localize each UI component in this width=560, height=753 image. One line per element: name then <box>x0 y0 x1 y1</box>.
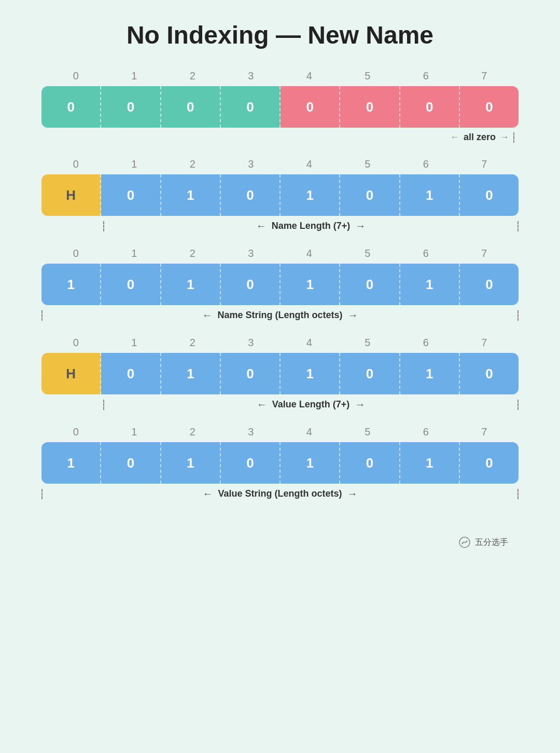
cell-0d: 0 <box>460 353 519 394</box>
label-3: 3 <box>225 70 277 82</box>
label-7: 7 <box>458 158 510 170</box>
label-6: 6 <box>400 70 452 82</box>
cell-1: 0 <box>101 86 161 128</box>
annotation-text-1: all zero <box>464 132 496 143</box>
cell-0c: 0 <box>340 264 400 305</box>
cell-1d: 1 <box>400 264 460 305</box>
label-1: 1 <box>108 337 160 349</box>
label-3: 3 <box>225 337 277 349</box>
label-6: 6 <box>400 158 452 170</box>
cell-1b: 1 <box>161 264 221 305</box>
label-0: 0 <box>50 248 102 259</box>
label-0: 0 <box>50 158 102 170</box>
byte-row-4: H 0 1 0 1 0 1 0 <box>41 353 519 394</box>
cell-1b: 1 <box>281 353 340 394</box>
label-6: 6 <box>400 426 452 438</box>
cell-h: H <box>41 353 101 394</box>
cell-6: 0 <box>400 86 460 128</box>
cell-3: 0 <box>221 86 281 128</box>
label-2: 2 <box>166 426 218 438</box>
cell-1: 1 <box>41 442 101 484</box>
cell-0: 0 <box>101 442 161 484</box>
label-4: 4 <box>283 70 335 82</box>
label-6: 6 <box>400 248 452 259</box>
cell-h: H <box>41 174 101 216</box>
section-1: 0 1 2 3 4 5 6 7 0 0 0 0 0 0 0 0 ← all ze… <box>41 70 519 143</box>
section-2: 0 1 2 3 4 5 6 7 H 0 1 0 1 0 1 0 ← Name L… <box>41 158 519 232</box>
annotation-2: ← Name Length (7+) → <box>41 220 519 232</box>
section-5: 0 1 2 3 4 5 6 7 1 0 1 0 1 0 1 0 ← Value … <box>41 426 519 500</box>
label-3: 3 <box>225 158 277 170</box>
cell-0c: 0 <box>340 353 400 394</box>
label-0: 0 <box>50 337 102 349</box>
annotation-1: ← all zero → <box>41 132 519 143</box>
watermark-text: 五分选手 <box>475 537 508 548</box>
annotation-text-3: Name String (Length octets) <box>217 310 342 321</box>
cell-1c: 1 <box>281 442 340 484</box>
label-4: 4 <box>283 337 335 349</box>
label-3: 3 <box>225 248 277 259</box>
cell-0: 0 <box>101 353 161 394</box>
label-7: 7 <box>458 70 510 82</box>
cell-0c: 0 <box>340 442 400 484</box>
svg-point-2 <box>466 541 468 542</box>
label-2: 2 <box>166 248 218 259</box>
cell-1c: 1 <box>400 353 460 394</box>
index-labels-5: 0 1 2 3 4 5 6 7 <box>41 426 519 438</box>
label-6: 6 <box>400 337 452 349</box>
index-labels-1: 0 1 2 3 4 5 6 7 <box>41 70 519 82</box>
label-2: 2 <box>166 158 218 170</box>
label-7: 7 <box>458 337 510 349</box>
cell-4: 0 <box>281 86 340 128</box>
label-1: 1 <box>108 248 160 259</box>
label-7: 7 <box>458 248 510 259</box>
cell-1b: 1 <box>281 174 340 216</box>
label-5: 5 <box>342 337 394 349</box>
watermark: 五分选手 <box>458 536 508 549</box>
cell-1c: 1 <box>281 264 340 305</box>
cell-1: 1 <box>161 353 221 394</box>
label-5: 5 <box>342 70 394 82</box>
cell-0: 0 <box>101 174 161 216</box>
label-4: 4 <box>283 248 335 259</box>
label-1: 1 <box>108 70 160 82</box>
label-2: 2 <box>166 337 218 349</box>
label-1: 1 <box>108 426 160 438</box>
cell-0: 0 <box>41 86 101 128</box>
annotation-4: ← Value Length (7+) → <box>41 399 519 410</box>
cell-0b: 0 <box>221 174 281 216</box>
cell-0b: 0 <box>221 442 281 484</box>
cell-5: 0 <box>340 86 400 128</box>
label-7: 7 <box>458 426 510 438</box>
label-0: 0 <box>50 70 102 82</box>
annotation-text-2: Name Length (7+) <box>272 221 351 231</box>
label-4: 4 <box>283 158 335 170</box>
label-0: 0 <box>50 426 102 438</box>
label-3: 3 <box>225 426 277 438</box>
label-1: 1 <box>108 158 160 170</box>
label-5: 5 <box>342 158 394 170</box>
section-4: 0 1 2 3 4 5 6 7 H 0 1 0 1 0 1 0 ← Value … <box>41 337 519 410</box>
index-labels-3: 0 1 2 3 4 5 6 7 <box>41 248 519 259</box>
cell-1: 1 <box>41 264 101 305</box>
cell-1: 1 <box>161 174 221 216</box>
byte-row-2: H 0 1 0 1 0 1 0 <box>41 174 519 216</box>
cell-1d: 1 <box>400 442 460 484</box>
cell-0c: 0 <box>340 174 400 216</box>
byte-row-1: 0 0 0 0 0 0 0 0 <box>41 86 519 128</box>
cell-0b: 0 <box>221 353 281 394</box>
cell-0d: 0 <box>460 442 519 484</box>
cell-7: 0 <box>460 86 519 128</box>
cell-1b: 1 <box>161 442 221 484</box>
annotation-text-4: Value Length (7+) <box>272 399 350 410</box>
label-5: 5 <box>342 426 394 438</box>
label-4: 4 <box>283 426 335 438</box>
cell-2: 0 <box>161 86 221 128</box>
cell-0d: 0 <box>460 174 519 216</box>
cell-0b: 0 <box>221 264 281 305</box>
svg-point-1 <box>462 543 464 544</box>
watermark-icon <box>458 536 471 549</box>
byte-row-5: 1 0 1 0 1 0 1 0 <box>41 442 519 484</box>
label-5: 5 <box>342 248 394 259</box>
cell-1c: 1 <box>400 174 460 216</box>
